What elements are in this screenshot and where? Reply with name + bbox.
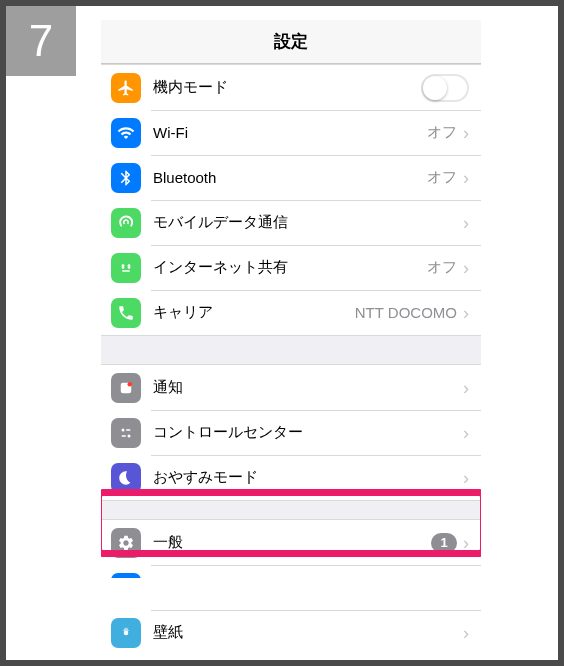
- svg-point-2: [122, 428, 125, 431]
- settings-header: 設定: [101, 20, 481, 64]
- cellular-icon: [111, 208, 141, 238]
- row-wifi[interactable]: Wi-Fi オフ ›: [101, 110, 481, 155]
- row-label: 一般: [153, 533, 431, 552]
- phone-screen: 設定 機内モード Wi-Fi オフ ›: [101, 20, 481, 652]
- dnd-icon: [111, 463, 141, 493]
- bluetooth-icon: [111, 163, 141, 193]
- chevron-right-icon: ›: [463, 214, 469, 232]
- row-value: オフ: [427, 258, 457, 277]
- row-label: キャリア: [153, 303, 355, 322]
- general-icon: [111, 528, 141, 558]
- chevron-right-icon: ›: [463, 534, 469, 552]
- chevron-right-icon: ›: [463, 624, 469, 642]
- chevron-right-icon: ›: [463, 469, 469, 487]
- row-label: 通知: [153, 378, 463, 397]
- svg-rect-3: [126, 429, 131, 431]
- svg-rect-5: [122, 435, 127, 437]
- row-display[interactable]: 画面表示と明るさ ›: [101, 565, 481, 610]
- truncate-overlay: [101, 578, 481, 610]
- settings-section-system: 通知 › コントロールセンター › おやすみモード ›: [101, 364, 481, 501]
- row-general[interactable]: 一般 1 ›: [101, 520, 481, 565]
- instruction-frame: 7 設定 機内モード Wi-Fi オフ ›: [6, 6, 558, 660]
- row-label: Bluetooth: [153, 169, 427, 186]
- chevron-right-icon: ›: [463, 424, 469, 442]
- row-value: オフ: [427, 168, 457, 187]
- airplane-icon: [111, 73, 141, 103]
- svg-point-4: [128, 434, 131, 437]
- hotspot-icon: [111, 253, 141, 283]
- chevron-right-icon: ›: [463, 304, 469, 322]
- row-label: おやすみモード: [153, 468, 463, 487]
- row-cellular[interactable]: モバイルデータ通信 ›: [101, 200, 481, 245]
- wifi-icon: [111, 118, 141, 148]
- chevron-right-icon: ›: [463, 124, 469, 142]
- row-label: 機内モード: [153, 78, 421, 97]
- row-hotspot[interactable]: インターネット共有 オフ ›: [101, 245, 481, 290]
- row-carrier[interactable]: キャリア NTT DOCOMO ›: [101, 290, 481, 335]
- row-control-center[interactable]: コントロールセンター ›: [101, 410, 481, 455]
- header-title: 設定: [274, 30, 308, 53]
- wallpaper-icon: [111, 618, 141, 648]
- step-number-badge: 7: [6, 6, 76, 76]
- row-value: NTT DOCOMO: [355, 304, 457, 321]
- row-label: モバイルデータ通信: [153, 213, 463, 232]
- chevron-right-icon: ›: [463, 379, 469, 397]
- row-value: オフ: [427, 123, 457, 142]
- controlcenter-icon: [111, 418, 141, 448]
- notifications-icon: [111, 373, 141, 403]
- carrier-icon: [111, 298, 141, 328]
- row-dnd[interactable]: おやすみモード ›: [101, 455, 481, 500]
- airplane-toggle[interactable]: [421, 74, 469, 102]
- settings-section-general: 一般 1 › 画面表示と明るさ › 壁紙 ›: [101, 519, 481, 652]
- row-wallpaper[interactable]: 壁紙 ›: [101, 610, 481, 652]
- chevron-right-icon: ›: [463, 259, 469, 277]
- row-label: 壁紙: [153, 623, 463, 642]
- row-label: インターネット共有: [153, 258, 427, 277]
- update-badge: 1: [431, 533, 457, 553]
- settings-section-network: 機内モード Wi-Fi オフ › Bluetooth オフ ›: [101, 64, 481, 336]
- row-label: Wi-Fi: [153, 124, 427, 141]
- row-airplane-mode[interactable]: 機内モード: [101, 65, 481, 110]
- row-notifications[interactable]: 通知 ›: [101, 365, 481, 410]
- row-label: コントロールセンター: [153, 423, 463, 442]
- row-bluetooth[interactable]: Bluetooth オフ ›: [101, 155, 481, 200]
- chevron-right-icon: ›: [463, 169, 469, 187]
- svg-point-1: [128, 382, 133, 387]
